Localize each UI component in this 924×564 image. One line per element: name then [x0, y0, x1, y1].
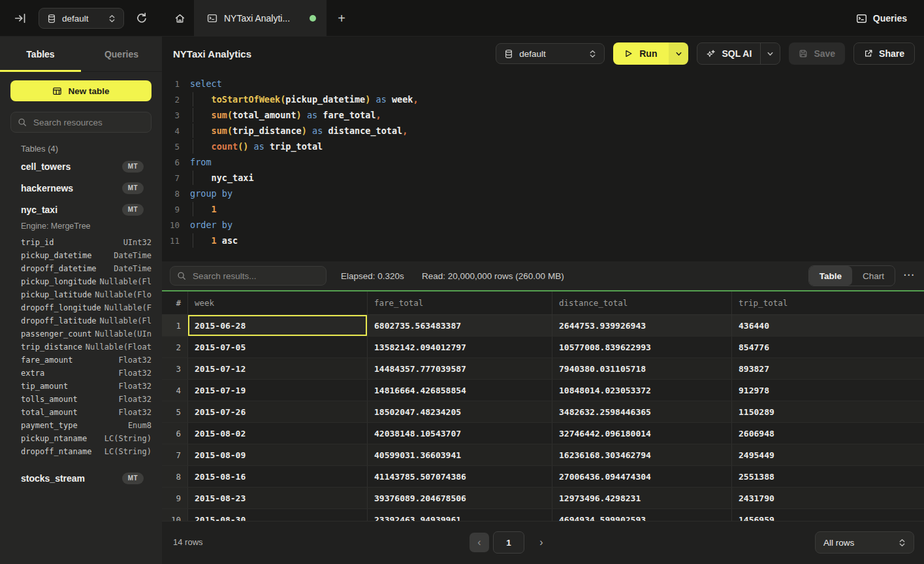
table-cell[interactable]: 2431790	[731, 488, 924, 508]
home-button[interactable]	[167, 0, 193, 37]
view-toggle-chart[interactable]: Chart	[852, 266, 895, 286]
table-name: stocks_stream	[21, 473, 85, 484]
next-page-button[interactable]: ›	[533, 533, 550, 552]
run-button[interactable]: Run	[613, 42, 669, 65]
indent-guide	[193, 171, 193, 185]
sql-ai-options-button[interactable]	[760, 43, 780, 64]
table-cell[interactable]: 2551388	[731, 466, 924, 487]
table-cell[interactable]: 6802735.563483387	[367, 315, 552, 336]
table-cell[interactable]: 10848014.023053372	[552, 380, 731, 401]
sparkles-icon	[706, 49, 716, 59]
table-cell[interactable]: 2015-07-26	[187, 401, 367, 422]
table-cell[interactable]: 12973496.4298231	[552, 488, 731, 508]
line-number: 1	[162, 76, 180, 92]
sql-ai-button[interactable]: SQL AI	[697, 48, 760, 59]
share-label: Share	[879, 48, 904, 59]
table-cell[interactable]: 10577008.839622993	[552, 337, 731, 357]
column-name: extra	[21, 369, 44, 378]
run-options-button[interactable]	[669, 42, 688, 65]
sql-token: ,	[402, 125, 407, 136]
new-table-button[interactable]: New table	[10, 80, 151, 101]
table-cell[interactable]: 2015-06-28	[187, 315, 367, 336]
table-cell[interactable]: 39376089.204678506	[367, 488, 552, 508]
table-cell[interactable]: 2644753.939926943	[552, 315, 731, 336]
table-column-row: pickup_datetimeDateTime	[0, 249, 162, 262]
table-cell[interactable]: 23392463.94939961	[367, 509, 552, 521]
sidebar-tab-queries[interactable]: Queries	[81, 37, 162, 71]
table-cell[interactable]: 16236168.303462794	[552, 444, 731, 465]
table-cell[interactable]: 2495449	[731, 444, 924, 465]
table-cell[interactable]: 7940380.031105718	[552, 358, 731, 379]
results-search-input[interactable]	[191, 271, 319, 282]
table-cell[interactable]: 854776	[731, 337, 924, 357]
results-menu-button[interactable]: ⋯	[903, 268, 915, 282]
prev-page-button[interactable]: ‹	[470, 533, 489, 552]
queries-icon	[856, 13, 867, 24]
sidebar-tab-tables[interactable]: Tables	[0, 37, 81, 71]
table-cell[interactable]: 2015-08-30	[187, 509, 367, 521]
sql-ai-button-group: SQL AI	[697, 42, 780, 65]
view-toggle-table[interactable]: Table	[809, 266, 852, 286]
table-engine-label: Engine: MergeTree	[0, 220, 162, 236]
column-type: DateTime	[114, 251, 151, 260]
unsaved-changes-dot	[310, 15, 316, 22]
table-cell[interactable]: 436440	[731, 315, 924, 336]
table-cell[interactable]: 2015-08-16	[187, 466, 367, 487]
column-header-week: week	[187, 291, 367, 314]
sidebar-table-cell_towers[interactable]: cell_towersMT	[0, 156, 162, 177]
table-cell[interactable]: 2015-07-12	[187, 358, 367, 379]
table-cell[interactable]: 2015-08-02	[187, 423, 367, 444]
sidebar-search-input[interactable]	[32, 117, 144, 128]
topbar-database-selector[interactable]: default	[39, 8, 124, 29]
table-cell[interactable]: 18502047.48234205	[367, 401, 552, 422]
table-cell[interactable]: 13582142.094012797	[367, 337, 552, 357]
sidebar-table-nyc_taxi[interactable]: nyc_taxiMT	[0, 199, 162, 220]
query-database-selector[interactable]: default	[496, 43, 605, 64]
queries-menu-button[interactable]: Queries	[856, 0, 907, 37]
topbar: default	[0, 0, 924, 37]
run-label: Run	[639, 48, 657, 59]
sidebar-table-hackernews[interactable]: hackernewsMT	[0, 177, 162, 199]
line-number: 3	[162, 108, 180, 124]
table-row: 72015-08-0940599031.3660394116236168.303…	[162, 444, 924, 466]
table-cell[interactable]: 14816664.426858854	[367, 380, 552, 401]
share-button[interactable]: Share	[853, 42, 915, 65]
table-cell[interactable]: 32746442.096180014	[552, 423, 731, 444]
table-cell[interactable]: 3482632.2598446365	[552, 401, 731, 422]
table-row: 52015-07-2618502047.482342053482632.2598…	[162, 401, 924, 423]
table-cell[interactable]: 27006436.094474304	[552, 466, 731, 487]
table-cell[interactable]: 2606948	[731, 423, 924, 444]
table-cell[interactable]: 2015-07-19	[187, 380, 367, 401]
page-size-selector[interactable]: All rows	[815, 531, 914, 554]
table-cell[interactable]: 4694934.599902593	[552, 509, 731, 521]
table-cell[interactable]: 893827	[731, 358, 924, 379]
table-cell[interactable]: 14484357.777039587	[367, 358, 552, 379]
sql-token	[387, 94, 392, 105]
table-cell[interactable]: 912978	[731, 380, 924, 401]
table-grid-icon	[52, 86, 62, 96]
sql-token: asc	[222, 235, 238, 246]
collapse-sidebar-button[interactable]	[13, 12, 27, 25]
new-tab-button[interactable]: +	[333, 9, 350, 27]
table-cell[interactable]: 1150289	[731, 401, 924, 422]
table-cell[interactable]: 41143785.507074386	[367, 466, 552, 487]
row-number: 4	[162, 380, 187, 401]
table-cell[interactable]: 2015-08-23	[187, 488, 367, 508]
code-line-7: 7 nyc_taxi	[162, 170, 924, 186]
save-button[interactable]: Save	[789, 42, 845, 65]
chevron-down-icon	[767, 50, 774, 58]
table-cell[interactable]: 2015-07-05	[187, 337, 367, 357]
table-cell[interactable]: 1456959	[731, 509, 924, 521]
query-tab-icon	[207, 13, 217, 24]
sql-token: as	[376, 94, 387, 105]
table-cell[interactable]: 40599031.36603941	[367, 444, 552, 465]
sql-token: sum	[212, 110, 227, 120]
tab-nytaxi-analytics[interactable]: NYTaxi Analyti...	[194, 0, 327, 37]
row-count: 14 rows	[173, 537, 203, 547]
refresh-button[interactable]	[134, 11, 150, 25]
table-cell[interactable]: 42038148.10543707	[367, 423, 552, 444]
sql-editor[interactable]: 1select2 toStartOfWeek(pickup_datetime) …	[162, 71, 924, 261]
page-number[interactable]: 1	[493, 531, 524, 554]
sidebar-table-stocks_stream[interactable]: stocks_streamMT	[0, 467, 162, 489]
table-cell[interactable]: 2015-08-09	[187, 444, 367, 465]
